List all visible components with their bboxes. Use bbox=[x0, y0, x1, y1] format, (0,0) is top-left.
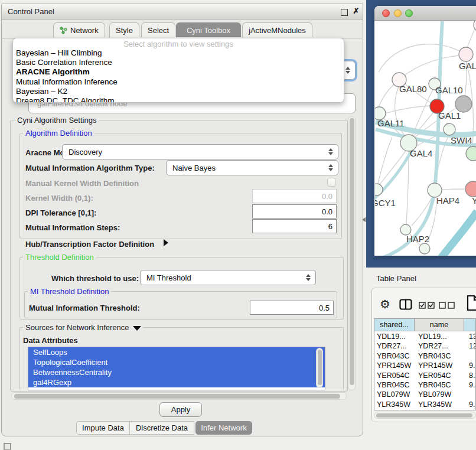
network-view-window[interactable]: GAL GAL80 GAL10 GAL1 GAL11 GAL4 SWI4 GCY… bbox=[374, 6, 476, 256]
control-panel-window: Control Panel ✗ Network Style Select Cyn… bbox=[1, 4, 363, 436]
hub-definition-label[interactable]: Hub/Transcription Factor Definition bbox=[25, 240, 154, 249]
close-icon[interactable]: ✗ bbox=[353, 8, 360, 15]
mi-threshold-label: Mutual Information Threshold: bbox=[29, 304, 140, 312]
list-item[interactable]: TopologicalCoefficient bbox=[28, 357, 325, 367]
table-row[interactable]: YLR345WYLR345W9. bbox=[374, 400, 475, 409]
column-header-shared-name[interactable]: shared... bbox=[374, 319, 415, 331]
node-swi4[interactable] bbox=[444, 123, 455, 135]
settings-horizontal-scrollbar[interactable] bbox=[11, 392, 347, 400]
dpi-tolerance-label: DPI Tolerance [0,1]: bbox=[25, 208, 96, 217]
combo-spinner-icon bbox=[306, 274, 311, 281]
mi-threshold-field[interactable]: 0.5 bbox=[250, 301, 334, 315]
algorithm-dropdown-popup: Select algorithm to view settings Bayesi… bbox=[12, 38, 344, 103]
which-threshold-label: Which threshold to use: bbox=[51, 274, 139, 283]
node-label: HAP4 bbox=[436, 195, 459, 206]
combo-spinner-icon bbox=[345, 67, 350, 74]
node-gray[interactable] bbox=[455, 96, 472, 112]
mi-type-combo[interactable]: Naive Bayes bbox=[166, 160, 338, 175]
table-row[interactable]: YER054CYER054C8. bbox=[374, 371, 475, 380]
control-panel-titlebar: Control Panel ✗ bbox=[2, 4, 363, 19]
tab-select[interactable]: Select bbox=[141, 22, 175, 37]
document-icon[interactable] bbox=[467, 295, 476, 311]
mac-close-icon[interactable] bbox=[382, 9, 390, 17]
collapse-arrow-icon bbox=[133, 326, 141, 331]
table-row[interactable]: YBR043CYBR043C bbox=[374, 351, 475, 361]
mac-zoom-icon[interactable] bbox=[405, 9, 413, 17]
algorithm-option[interactable]: Basic Correlation Inference bbox=[13, 58, 344, 67]
which-threshold-combo[interactable]: MI Threshold bbox=[140, 270, 316, 285]
list-item[interactable]: SelfLoops bbox=[28, 347, 325, 357]
table-row[interactable]: YDL19...YDL19...13 bbox=[374, 332, 475, 341]
unselect-all-columns-icon[interactable] bbox=[439, 302, 455, 309]
threshold-definition-title: Threshold Definition bbox=[23, 253, 96, 262]
node-label: GAL80 bbox=[399, 84, 427, 94]
node-label: SWI4 bbox=[451, 135, 472, 145]
data-attributes-label: Data Attributes bbox=[23, 336, 78, 345]
node-green[interactable] bbox=[466, 146, 476, 161]
algorithm-definition-title: Algorithm Definition bbox=[23, 129, 94, 138]
node-label: GAL1 bbox=[438, 110, 461, 120]
node-label: GCY1 bbox=[375, 198, 396, 208]
kernel-width-field[interactable]: 0.0 bbox=[252, 189, 337, 203]
network-window-titlebar[interactable] bbox=[374, 6, 476, 21]
mi-steps-label: Mutual Information Steps: bbox=[25, 223, 120, 232]
dpi-tolerance-field[interactable]: 0.0 bbox=[252, 204, 337, 219]
tab-cyni-toolbox[interactable]: Cyni Toolbox bbox=[176, 22, 241, 37]
kernel-width-label: Kernel Width (0,1): bbox=[25, 194, 93, 203]
algorithm-option[interactable]: Dream8 DC_TDC Algorithm bbox=[13, 96, 344, 103]
node[interactable] bbox=[419, 243, 430, 254]
node-gcy1[interactable] bbox=[375, 184, 383, 195]
tab-network[interactable]: Network bbox=[53, 22, 105, 37]
column-visibility-icon[interactable] bbox=[399, 299, 412, 310]
sources-title[interactable]: Sources for Network Inference bbox=[23, 323, 144, 332]
mi-threshold-group-title: MI Threshold Definition bbox=[28, 287, 111, 296]
mi-steps-field[interactable]: 6 bbox=[252, 219, 337, 233]
table-row[interactable]: YBR045CYBR045C9. bbox=[374, 380, 475, 390]
node-label: GAL bbox=[459, 61, 476, 71]
list-scrollbar[interactable] bbox=[316, 348, 323, 388]
algorithm-option[interactable]: Bayesian – K2 bbox=[13, 87, 344, 96]
settings-vertical-scrollbar[interactable] bbox=[348, 116, 356, 390]
manual-kernel-checkbox[interactable] bbox=[327, 178, 336, 187]
node-salmon[interactable] bbox=[465, 181, 476, 197]
data-attributes-list: SelfLoops TopologicalCoefficient Between… bbox=[28, 347, 325, 390]
table-horizontal-scrollbar[interactable] bbox=[374, 412, 476, 419]
tab-impute-data[interactable]: Impute Data bbox=[76, 421, 129, 435]
table-row[interactable]: YPR145WYPR145W9. bbox=[374, 361, 475, 370]
algorithm-option[interactable]: Mutual Information Inference bbox=[13, 77, 344, 87]
table-row[interactable]: YBL079WYBL079W bbox=[374, 390, 475, 399]
table-row[interactable]: YIL052CYIL052C9 bbox=[374, 409, 475, 410]
tab-infer-network[interactable]: Infer Network bbox=[195, 421, 252, 435]
float-window-icon[interactable] bbox=[341, 9, 348, 16]
network-canvas[interactable]: GAL GAL80 GAL10 GAL1 GAL11 GAL4 SWI4 GCY… bbox=[375, 20, 476, 256]
tab-style[interactable]: Style bbox=[109, 22, 139, 37]
expand-arrow-icon[interactable] bbox=[164, 239, 168, 246]
node-table: shared... name YDL19...YDL19...13 YDR27.… bbox=[374, 318, 476, 410]
column-header-partial[interactable] bbox=[464, 319, 476, 331]
node-gal7[interactable] bbox=[459, 47, 473, 61]
combo-spinner-icon bbox=[328, 164, 333, 171]
node-label: GAL10 bbox=[435, 85, 463, 95]
control-panel-tabbar: Network Style Select Cyni Toolbox jActiv… bbox=[2, 21, 362, 38]
manual-kernel-label: Manual Kernel Width Definition bbox=[25, 179, 139, 188]
gear-icon[interactable]: ⚙ bbox=[380, 297, 390, 311]
algorithm-option-selected[interactable]: ARACNE Algorithm bbox=[13, 67, 344, 77]
panel-corner-chip[interactable] bbox=[4, 443, 11, 450]
select-all-columns-icon[interactable] bbox=[419, 302, 435, 309]
mac-minimize-icon[interactable] bbox=[394, 9, 402, 17]
node-label: HAP2 bbox=[406, 234, 429, 244]
table-panel-title: Table Panel bbox=[376, 274, 416, 283]
column-header-name[interactable]: name bbox=[415, 319, 464, 331]
apply-button[interactable]: Apply bbox=[159, 402, 202, 417]
algorithm-option[interactable]: Bayesian – Hill Climbing bbox=[13, 48, 344, 58]
tab-discretize-data[interactable]: Discretize Data bbox=[129, 421, 194, 435]
list-item[interactable]: BetweennessCentrality bbox=[28, 367, 325, 377]
splitpane-collapse-icon[interactable] bbox=[362, 217, 366, 222]
table-row[interactable]: YDR27...YDR27...12 bbox=[374, 341, 475, 351]
tab-jactivemnodules[interactable]: jActiveMNodules bbox=[242, 22, 312, 37]
node-label: GAL11 bbox=[377, 118, 405, 128]
node-label: GAL4 bbox=[410, 148, 432, 158]
list-item[interactable]: gal4RGexp bbox=[28, 377, 325, 387]
aracne-mode-combo[interactable]: Discovery bbox=[62, 144, 338, 159]
mi-type-label: Mutual Information Algorithm Type: bbox=[25, 164, 155, 172]
